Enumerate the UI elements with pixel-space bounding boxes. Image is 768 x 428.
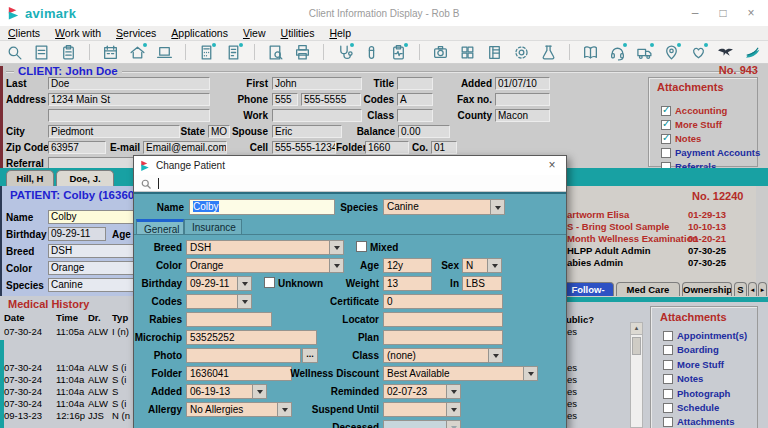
list-scrollbar[interactable]: ▲: [630, 322, 643, 428]
attachment-checkbox-boarding[interactable]: [663, 345, 673, 355]
client-cell-field[interactable]: 555-555-1234: [272, 141, 336, 154]
printer-icon[interactable]: [293, 43, 312, 62]
location-icon[interactable]: [662, 43, 681, 62]
attachment-checkbox-photograph[interactable]: [663, 389, 673, 399]
menu-item-utilities[interactable]: Utilities: [281, 27, 315, 39]
dropdown-button[interactable]: [237, 295, 251, 308]
added-select[interactable]: 06-19-13: [186, 384, 267, 399]
attachment-checkbox-notes[interactable]: [663, 374, 673, 384]
tab-scroll-right-button[interactable]: ►: [758, 282, 767, 296]
client-title-field[interactable]: [397, 77, 433, 90]
calendar-icon[interactable]: [101, 43, 120, 62]
patient-tab-ownership[interactable]: Ownership: [682, 282, 732, 296]
suspend-until-select[interactable]: [383, 402, 461, 417]
dropdown-button[interactable]: [490, 200, 504, 214]
client-tab-hill-h[interactable]: Hill, H: [6, 170, 54, 186]
certificate-input[interactable]: 0: [383, 294, 503, 309]
client-folder-field[interactable]: 1660: [365, 141, 409, 154]
scrollbar-thumb[interactable]: [632, 337, 641, 355]
dialog-close-button[interactable]: ×: [544, 157, 560, 173]
menu-item-services[interactable]: Services: [116, 27, 156, 39]
invoice-icon[interactable]: [224, 43, 243, 62]
wellness-discount-select[interactable]: Best Available: [383, 366, 538, 381]
attachment-checkbox-schedule[interactable]: [663, 403, 673, 413]
dropdown-button[interactable]: [523, 367, 537, 380]
truck-icon[interactable]: [635, 43, 654, 62]
client-codes-field[interactable]: A: [397, 93, 433, 106]
menu-item-help[interactable]: Help: [329, 27, 351, 39]
close-button[interactable]: ×: [740, 4, 762, 22]
flask-icon[interactable]: [539, 43, 558, 62]
heart-icon[interactable]: [689, 43, 708, 62]
dropdown-button[interactable]: [488, 349, 502, 362]
ledger-icon[interactable]: [485, 43, 504, 62]
eagle-icon[interactable]: [716, 43, 735, 62]
swoosh-icon[interactable]: [743, 43, 762, 62]
plan-input[interactable]: [383, 330, 503, 345]
attachment-checkbox-accounting[interactable]: [661, 106, 671, 116]
patient-tab-s[interactable]: S: [734, 282, 747, 296]
client-tab-doe-j[interactable]: Doe, J.: [56, 170, 114, 186]
dialog-search-bar[interactable]: [134, 175, 566, 192]
client-balance-field[interactable]: 0.00: [398, 125, 450, 138]
breed-select[interactable]: DSH: [186, 240, 344, 255]
attachment-checkbox-payment-accounts[interactable]: [661, 148, 671, 158]
locator-input[interactable]: [383, 312, 503, 327]
attachment-checkbox-more-stuff[interactable]: [663, 360, 673, 370]
laptop-icon[interactable]: [155, 43, 174, 62]
dropdown-button[interactable]: [446, 385, 460, 398]
grid-icon[interactable]: [458, 43, 477, 62]
minimize-button[interactable]: –: [684, 4, 706, 22]
class-select[interactable]: (none): [383, 348, 503, 363]
rabies-input[interactable]: [186, 312, 272, 327]
client-address2-field[interactable]: [48, 109, 210, 122]
scroll-up-button[interactable]: ▲: [631, 323, 642, 335]
stethoscope-icon[interactable]: [335, 43, 354, 62]
client-state-field[interactable]: MO: [208, 125, 230, 138]
calculator-icon[interactable]: [197, 43, 216, 62]
client-address-field[interactable]: 1234 Main St: [48, 93, 210, 106]
preview-icon[interactable]: [266, 43, 285, 62]
client-co-field[interactable]: 01: [431, 141, 457, 154]
client-email-field[interactable]: Email@email.com: [143, 141, 227, 154]
home-icon[interactable]: [128, 43, 147, 62]
codes-select[interactable]: [186, 294, 252, 309]
dropdown-button[interactable]: [329, 241, 343, 254]
client-phone-area-field[interactable]: 555: [272, 93, 298, 106]
dropdown-button[interactable]: [237, 277, 251, 290]
patient-tab-follow-ups[interactable]: Follow-ups: [562, 282, 614, 296]
client-work-field[interactable]: [272, 109, 362, 122]
client-zip-field[interactable]: 63957: [48, 141, 106, 154]
headset-icon[interactable]: [608, 43, 627, 62]
birthday-select[interactable]: 09-29-11: [186, 276, 252, 291]
age-input[interactable]: 12y: [383, 258, 432, 273]
client-city-field[interactable]: Piedmont: [48, 125, 180, 138]
modal-species-select[interactable]: Canine: [383, 199, 505, 215]
weight-input[interactable]: 13: [383, 276, 432, 291]
gear-icon[interactable]: [512, 43, 531, 62]
menu-item-work-with[interactable]: Work with: [55, 27, 101, 39]
note-icon[interactable]: [32, 43, 51, 62]
mixed-checkbox[interactable]: [356, 241, 367, 252]
modal-tab-general[interactable]: General: [136, 219, 184, 235]
deceased-select[interactable]: [383, 420, 461, 428]
attachment-checkbox-appointment-s[interactable]: [663, 331, 673, 341]
maximize-button[interactable]: □: [712, 4, 734, 22]
client-added-field[interactable]: 01/07/10: [495, 77, 550, 90]
reminded-select[interactable]: 02-07-23: [383, 384, 461, 399]
menu-item-view[interactable]: View: [243, 27, 266, 39]
client-fax-field[interactable]: [495, 93, 550, 106]
vial-icon[interactable]: [362, 43, 381, 62]
client-spouse-field[interactable]: Eric: [272, 125, 342, 138]
book-icon[interactable]: [581, 43, 600, 62]
search-icon[interactable]: [5, 43, 24, 62]
tab-scroll-left-button[interactable]: ◄: [748, 282, 757, 296]
client-county-field[interactable]: Macon: [495, 109, 550, 122]
patient-birthday-field[interactable]: 09-29-11: [48, 227, 106, 241]
clipboard-icon[interactable]: [59, 43, 78, 62]
modal-tab-insurance[interactable]: Insurance: [184, 219, 242, 235]
dropdown-button[interactable]: [446, 421, 460, 428]
menu-item-applications[interactable]: Applications: [171, 27, 228, 39]
menu-item-clients[interactable]: Clients: [8, 27, 40, 39]
attachment-checkbox-attachments[interactable]: [663, 417, 673, 427]
